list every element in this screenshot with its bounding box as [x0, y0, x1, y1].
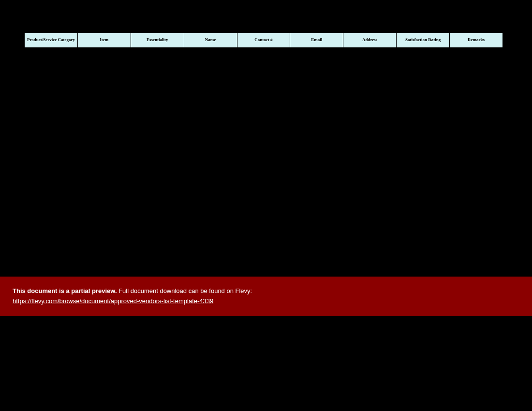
banner-rest-text: Full document download can be found on F…: [117, 287, 252, 294]
vendors-table: Product/Service Category Item Essentiali…: [24, 32, 503, 48]
col-contact: Contact #: [237, 33, 290, 48]
col-email: Email: [290, 33, 343, 48]
col-item: Item: [77, 33, 131, 48]
banner-line-2: https://flevy.com/browse/document/approv…: [13, 297, 519, 305]
col-satisfaction-rating: Satisfaction Rating: [397, 33, 450, 48]
col-name: Name: [184, 33, 237, 48]
banner-line-1: This document is a partial preview. Full…: [13, 287, 519, 294]
table-head: Product/Service Category Item Essentiali…: [25, 33, 503, 48]
banner-bold-text: This document is a partial preview.: [13, 287, 117, 294]
header-row: Product/Service Category Item Essentiali…: [25, 33, 503, 48]
table-header-container: Product/Service Category Item Essentiali…: [24, 32, 503, 48]
col-essentiality: Essentiality: [131, 33, 184, 48]
col-remarks: Remarks: [450, 33, 503, 48]
col-address: Address: [343, 33, 397, 48]
preview-link[interactable]: https://flevy.com/browse/document/approv…: [13, 297, 213, 305]
preview-banner: This document is a partial preview. Full…: [0, 277, 532, 316]
col-product-service-category: Product/Service Category: [25, 33, 78, 48]
